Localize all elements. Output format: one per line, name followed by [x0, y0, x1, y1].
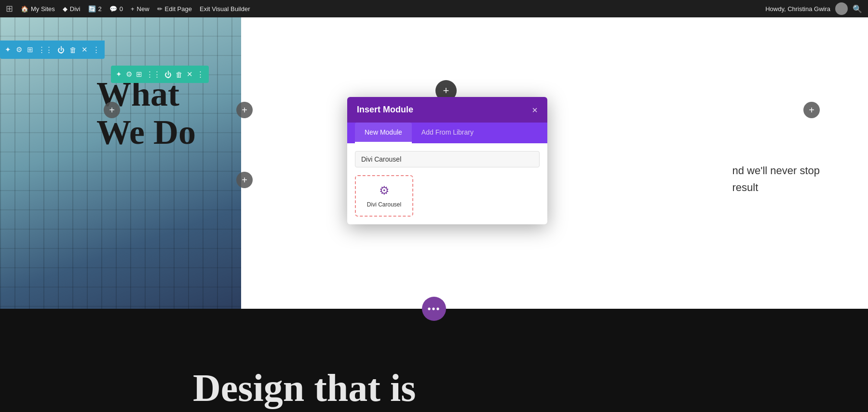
my-sites-label: My Sites	[31, 5, 55, 13]
tab-new-module[interactable]: New Module	[355, 123, 412, 143]
add-row-left-button[interactable]: +	[104, 102, 120, 118]
divi-icon: ◆	[63, 5, 68, 13]
carousel-icon: ⚙	[379, 184, 390, 197]
pencil-icon: ✏	[157, 5, 163, 13]
modal-header: Insert Module ×	[347, 97, 547, 123]
heading-line2: We Do	[96, 113, 196, 151]
carousel-label: Divi Carousel	[367, 201, 401, 208]
edit-page-link[interactable]: ✏ Edit Page	[157, 5, 192, 13]
add-row-mid-button[interactable]: +	[236, 102, 253, 118]
section-more-icon[interactable]: ⋮	[197, 70, 204, 79]
row-more-icon[interactable]: ⋮	[93, 45, 100, 54]
my-sites-menu[interactable]: 🏠 My Sites	[21, 5, 55, 13]
right-text-line2: result	[732, 179, 820, 196]
edit-page-label: Edit Page	[165, 5, 192, 13]
admin-bar: ⊞ 🏠 My Sites ◆ Divi 🔄 2 💬 0 + New ✏ Edit…	[0, 0, 868, 17]
background-image	[0, 17, 241, 326]
right-content-text: nd we'll never stop result	[732, 162, 820, 196]
row-columns-icon[interactable]: ⋮⋮	[38, 45, 53, 54]
module-grid: ⚙ Divi Carousel	[347, 175, 547, 224]
new-icon: +	[131, 5, 135, 13]
insert-module-modal: Insert Module × New Module Add From Libr…	[347, 97, 547, 224]
section-duplicate-icon[interactable]: ⊞	[136, 70, 142, 79]
row-delete-icon[interactable]: 🗑	[69, 46, 77, 54]
section-delete-icon[interactable]: 🗑	[176, 70, 183, 79]
avatar	[835, 2, 848, 15]
section-columns-icon[interactable]: ⋮⋮	[146, 70, 161, 79]
section-toggle-icon[interactable]: ⏻	[164, 70, 172, 79]
page-canvas: ✦ ⚙ ⊞ ⋮⋮ ⏻ 🗑 ✕ ⋮ ✦ ⚙ ⊞ ⋮⋮ ⏻ 🗑 ✕ ⋮ What W…	[0, 17, 868, 412]
dots-menu-button[interactable]: •••	[422, 297, 446, 321]
comments-menu[interactable]: 💬 0	[109, 5, 123, 13]
row-duplicate-icon[interactable]: ⊞	[27, 45, 33, 54]
search-icon[interactable]: 🔍	[853, 4, 862, 14]
section-toolbar: ✦ ⚙ ⊞ ⋮⋮ ⏻ 🗑 ✕ ⋮	[111, 66, 209, 83]
home-icon: 🏠	[21, 5, 28, 13]
add-row-right-button[interactable]: +	[803, 102, 820, 118]
exit-vb-label: Exit Visual Builder	[200, 5, 250, 13]
new-menu[interactable]: + New	[131, 5, 149, 13]
updates-menu[interactable]: 🔄 2	[88, 5, 102, 13]
section-move-icon[interactable]: ✦	[116, 70, 122, 79]
row-toggle-icon[interactable]: ⏻	[57, 46, 65, 54]
wp-logo-icon[interactable]: ⊞	[6, 3, 13, 14]
modal-search-area	[347, 143, 547, 175]
comments-icon: 💬	[109, 5, 117, 13]
bottom-section: Design that is	[0, 309, 868, 412]
right-text-line1: nd we'll never stop	[732, 162, 820, 179]
building-graphic	[0, 17, 241, 326]
modal-close-button[interactable]: ×	[532, 105, 538, 115]
add-row-mid2-button[interactable]: +	[236, 172, 253, 188]
section-close-icon[interactable]: ✕	[187, 70, 193, 79]
divi-carousel-module[interactable]: ⚙ Divi Carousel	[355, 175, 413, 217]
row-move-icon[interactable]: ✦	[5, 45, 11, 54]
tab-add-from-library[interactable]: Add From Library	[412, 123, 483, 143]
section-settings-icon[interactable]: ⚙	[126, 70, 132, 79]
row-close-icon[interactable]: ✕	[81, 45, 88, 54]
new-label: New	[137, 5, 149, 13]
module-search-input[interactable]	[355, 151, 540, 167]
updates-icon: 🔄	[88, 5, 96, 13]
divi-menu[interactable]: ◆ Divi	[63, 5, 81, 13]
updates-count: 2	[98, 5, 102, 13]
bottom-heading: Design that is	[0, 369, 416, 407]
howdy-label: Howdy, Christina Gwira	[765, 5, 830, 13]
comments-count: 0	[120, 5, 123, 13]
divi-label: Divi	[70, 5, 81, 13]
row-toolbar: ✦ ⚙ ⊞ ⋮⋮ ⏻ 🗑 ✕ ⋮	[0, 41, 105, 59]
row-settings-icon[interactable]: ⚙	[16, 45, 22, 54]
modal-tabs: New Module Add From Library	[347, 123, 547, 143]
exit-vb-link[interactable]: Exit Visual Builder	[200, 5, 250, 13]
modal-title: Insert Module	[357, 105, 413, 115]
